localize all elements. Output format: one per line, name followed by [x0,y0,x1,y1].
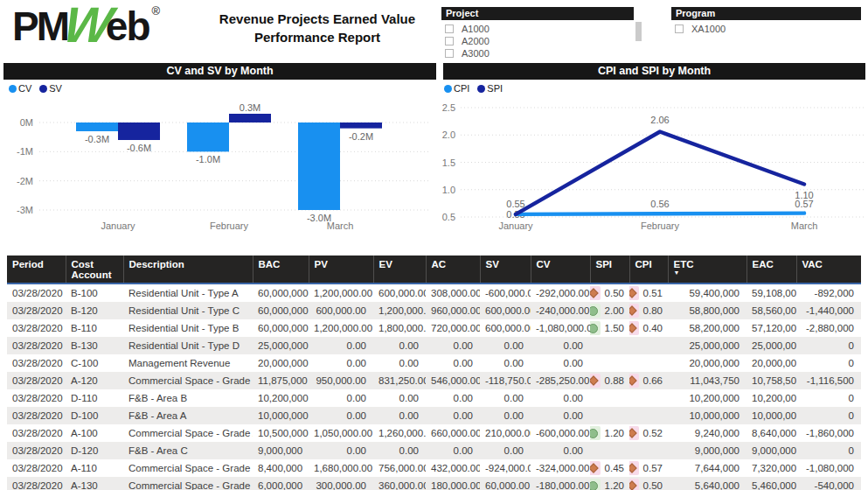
column-header-label: EV [379,259,392,270]
bar-cv-february[interactable] [187,122,229,151]
table-row[interactable]: 03/28/2020D-110F&B - Area B10,200,0000.0… [7,389,861,407]
cell-cv: -324,000.00 [531,459,590,477]
cell-desc: Commercial Space - Grade C [123,372,253,389]
program-option-xa1000[interactable]: XA1000 [675,23,861,34]
kpi-value: 0.52 [643,428,663,438]
table-row[interactable]: 03/28/2020A-100Commercial Space - Grade … [7,424,861,442]
chart-text: -2M [17,176,33,186]
kpi-diamond-icon [629,374,639,388]
bar-sv-january[interactable] [118,122,160,140]
cell-account: A-110 [66,459,123,477]
cell-bac: 10,500,000 [253,424,309,442]
chart-text: -3M [17,205,33,215]
cell-cpi: 0.80 [629,302,668,319]
column-header-pv[interactable]: PV [309,256,373,284]
project-filter-header: Project [441,7,634,20]
kpi-value: 0.51 [643,288,663,298]
column-header-description[interactable]: Description [123,256,253,284]
column-header-cost-account[interactable]: Cost Account [66,256,123,284]
project-option-a1000[interactable]: A1000 [445,23,634,34]
bar-sv-march[interactable] [340,122,382,129]
line-cpi[interactable] [516,214,804,214]
chart-text: 0.3M [240,102,260,113]
cell-eac: 5,460,000 [746,477,796,490]
cell-spi: 2.00 [590,302,629,319]
legend-dot-icon [444,85,452,93]
filter-option-label: A3000 [462,48,490,59]
cell-etc: 5,640,000 [668,477,746,490]
checkbox-icon[interactable] [445,49,454,58]
cell-cv: -285,250.00 [531,372,590,389]
chart-text: 2.5 [442,102,455,113]
table-row[interactable]: 03/28/2020A-110Commercial Space - Grade … [7,459,861,477]
cell-vac: -540,000 [796,477,861,490]
cell-bac: 25,000,000 [253,337,309,354]
cell-desc: Residential Unit - Type C [123,302,253,319]
table-row[interactable]: 03/28/2020B-110Residential Unit - Type B… [7,319,861,337]
cell-pv: 1,200,000.00 [309,319,373,337]
column-header-label: SV [486,259,499,270]
cell-cpi: 0.52 [629,424,668,442]
column-header-eac[interactable]: EAC [746,256,796,284]
cell-cv: 0.00 [531,354,590,372]
chart-text: 1.10 [795,190,813,200]
logo-green-w: W [61,5,115,46]
column-header-etc[interactable]: ETC▼ [668,256,746,284]
column-header-vac[interactable]: VAC [796,256,861,284]
project-filter-scrollbar[interactable] [635,22,642,41]
table-row[interactable]: 03/28/2020D-100F&B - Area A10,000,0000.0… [7,407,861,424]
cell-sv: -600,000.00 [480,284,531,302]
cell-ev: 1,800,000.00 [373,319,426,337]
cell-spi [590,337,629,354]
project-option-a2000[interactable]: A2000 [445,35,634,46]
column-header-sv[interactable]: SV [480,256,531,284]
cell-etc: 59,400,000 [668,284,746,302]
table-row[interactable]: 03/28/2020D-120F&B - Area C9,000,0000.00… [7,442,861,459]
column-header-bac[interactable]: BAC [253,256,309,284]
bar-cv-january[interactable] [76,122,118,131]
cell-account: D-120 [66,442,123,459]
cell-period: 03/28/2020 [7,424,66,442]
cv-sv-legend: CVSV [9,83,62,94]
column-header-cpi[interactable]: CPI [629,256,668,284]
table-row[interactable]: 03/28/2020B-100Residential Unit - Type A… [7,284,861,302]
cell-etc: 58,200,000 [668,319,746,337]
bar-sv-february[interactable] [229,114,271,122]
cell-ac: 0.00 [426,389,480,407]
checkbox-icon[interactable] [445,24,454,33]
table-row[interactable]: 03/28/2020B-130Residential Unit - Type D… [7,337,861,354]
cell-vac: 0 [796,354,861,372]
column-header-spi[interactable]: SPI [590,256,629,284]
table-row[interactable]: 03/28/2020B-120Residential Unit - Type C… [7,302,861,319]
checkbox-icon[interactable] [445,37,454,46]
cell-sv: 0.00 [480,407,531,424]
cell-ev: 0.00 [373,407,426,424]
column-header-ac[interactable]: AC [426,256,480,284]
table-row[interactable]: 03/28/2020A-130Commercial Space - Grade … [7,477,861,490]
table-row[interactable]: 03/28/2020A-120Commercial Space - Grade … [7,372,861,389]
bar-cv-march[interactable] [298,122,340,210]
project-option-a3000[interactable]: A3000 [445,47,634,59]
cell-pv: 1,050,000.00 [309,424,373,442]
kpi-diamond-icon [629,321,639,335]
cell-period: 03/28/2020 [7,442,66,459]
table-row[interactable]: 03/28/2020C-100Management Revenue20,000,… [7,354,861,372]
cell-period: 03/28/2020 [7,284,66,302]
cell-cpi: 0.66 [629,372,668,389]
kpi-value: 1.50 [605,323,624,333]
cell-pv: 1,200,000.00 [309,284,373,302]
column-header-cv[interactable]: CV [531,256,590,284]
cell-pv: 0.00 [309,442,373,459]
column-header-ev[interactable]: EV [373,256,426,284]
checkbox-icon[interactable] [675,24,684,33]
cell-ac: 960,000.00 [426,302,480,319]
cell-desc: Residential Unit - Type D [123,337,253,354]
legend-label: CV [18,83,31,94]
cell-spi [590,389,629,407]
cell-bac: 10,000,000 [253,407,309,424]
legend-item-spi: SPI [477,83,503,94]
chart-text: March [791,220,818,231]
column-header-label: PV [315,259,328,270]
column-header-period[interactable]: Period [7,256,66,284]
cell-period: 03/28/2020 [7,372,66,389]
